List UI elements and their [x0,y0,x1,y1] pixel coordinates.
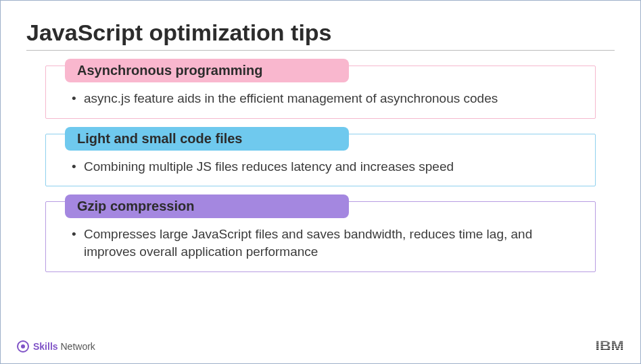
tip-async-programming: Asynchronous programming async.js featur… [45,66,596,119]
tip-light-code: Light and small code files Combining mul… [45,134,596,187]
tip-gzip: Gzip compression Compresses large JavaSc… [45,201,596,271]
ibm-logo: IBM [596,338,624,354]
tip-heading: Gzip compression [65,194,349,218]
tip-heading: Light and small code files [65,127,349,151]
footer: Skills Network IBM [17,338,624,354]
footer-network-text: Network [60,341,95,352]
skills-network-icon [17,340,29,353]
slide-title: JavaScript optimization tips [26,20,615,51]
tip-body: Compresses large JavaScript files and sa… [46,219,595,271]
tip-bullet: async.js feature aids in the efficient m… [72,90,579,107]
tip-body: async.js feature aids in the efficient m… [46,83,595,118]
footer-skills-text: Skills [33,341,58,352]
tips-container: Asynchronous programming async.js featur… [26,66,615,272]
tip-bullet: Combining multiple JS files reduces late… [72,158,579,176]
tip-heading: Asynchronous programming [65,59,349,82]
tip-body: Combining multiple JS files reduces late… [46,151,595,186]
skills-network-logo: Skills Network [17,340,95,353]
tip-bullet: Compresses large JavaScript files and sa… [72,226,579,260]
